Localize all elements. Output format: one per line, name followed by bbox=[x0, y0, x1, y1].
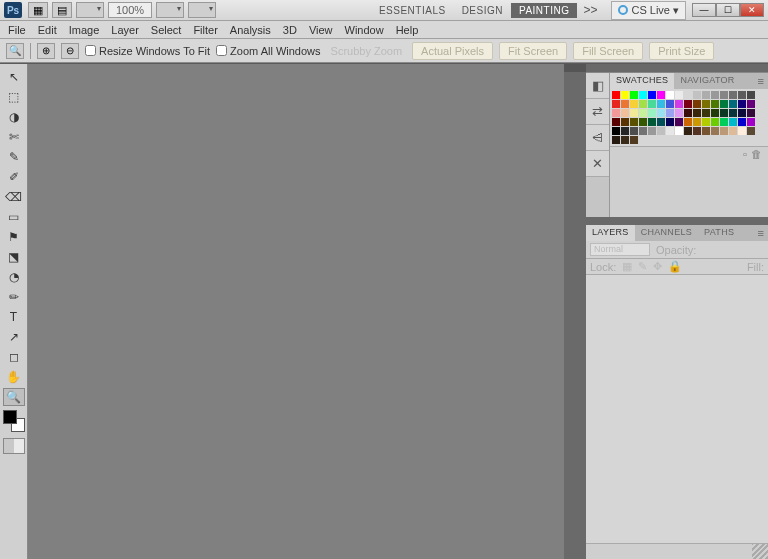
swatch[interactable] bbox=[612, 136, 620, 144]
swatch[interactable] bbox=[720, 127, 728, 135]
swatch[interactable] bbox=[702, 100, 710, 108]
swatch[interactable] bbox=[666, 91, 674, 99]
swatch[interactable] bbox=[621, 127, 629, 135]
swatch[interactable] bbox=[648, 109, 656, 117]
swatch[interactable] bbox=[729, 91, 737, 99]
type-tool[interactable]: T bbox=[3, 308, 25, 326]
swatch[interactable] bbox=[738, 91, 746, 99]
swatch[interactable] bbox=[711, 100, 719, 108]
foreground-color-swatch[interactable] bbox=[3, 410, 17, 424]
delete-swatch-icon[interactable]: 🗑 bbox=[751, 148, 762, 160]
swatch[interactable] bbox=[720, 118, 728, 126]
swatch[interactable] bbox=[639, 118, 647, 126]
layers-list[interactable] bbox=[586, 275, 768, 543]
swatch[interactable] bbox=[738, 118, 746, 126]
swatch[interactable] bbox=[639, 127, 647, 135]
swatch[interactable] bbox=[729, 109, 737, 117]
swatch[interactable] bbox=[666, 109, 674, 117]
path-select-tool[interactable]: ↗ bbox=[3, 328, 25, 346]
swatch[interactable] bbox=[612, 100, 620, 108]
swatch[interactable] bbox=[684, 127, 692, 135]
lasso-tool[interactable]: ◑ bbox=[3, 108, 25, 126]
marquee-tool[interactable]: ⬚ bbox=[3, 88, 25, 106]
menu-select[interactable]: Select bbox=[151, 24, 182, 36]
quick-mask-toggle[interactable] bbox=[3, 438, 25, 454]
swatch[interactable] bbox=[657, 118, 665, 126]
brush-presets-icon[interactable]: ⩤ bbox=[586, 125, 609, 151]
arrange-documents-dropdown[interactable] bbox=[76, 2, 104, 18]
new-swatch-icon[interactable]: ▫ bbox=[743, 148, 747, 160]
swatch[interactable] bbox=[702, 91, 710, 99]
swatch[interactable] bbox=[738, 127, 746, 135]
eraser-tool[interactable]: ◔ bbox=[3, 268, 25, 286]
swatch[interactable] bbox=[612, 118, 620, 126]
swatch[interactable] bbox=[630, 127, 638, 135]
swatch[interactable] bbox=[711, 109, 719, 117]
zoom-all-input[interactable] bbox=[216, 45, 227, 56]
resize-windows-checkbox[interactable]: Resize Windows To Fit bbox=[85, 45, 210, 57]
close-button[interactable]: ✕ bbox=[740, 3, 764, 17]
menu-help[interactable]: Help bbox=[396, 24, 419, 36]
swatch[interactable] bbox=[630, 136, 638, 144]
extras-dropdown[interactable] bbox=[188, 2, 216, 18]
cs-live-button[interactable]: CS Live ▾ bbox=[611, 1, 686, 20]
swatch[interactable] bbox=[657, 100, 665, 108]
swatch[interactable] bbox=[666, 127, 674, 135]
swatch[interactable] bbox=[630, 118, 638, 126]
zoom-all-checkbox[interactable]: Zoom All Windows bbox=[216, 45, 320, 57]
swatch[interactable] bbox=[684, 109, 692, 117]
swatch[interactable] bbox=[675, 91, 683, 99]
swatch[interactable] bbox=[657, 127, 665, 135]
swatch[interactable] bbox=[612, 127, 620, 135]
swatch[interactable] bbox=[711, 127, 719, 135]
brush-panel-icon[interactable]: ⇄ bbox=[586, 99, 609, 125]
menu-image[interactable]: Image bbox=[69, 24, 100, 36]
maximize-button[interactable]: ☐ bbox=[716, 3, 740, 17]
zoom-tool[interactable]: 🔍 bbox=[3, 388, 25, 406]
fill-screen-button[interactable]: Fill Screen bbox=[573, 42, 643, 60]
lock-transparency-icon[interactable]: ▦ bbox=[622, 260, 632, 273]
panel-drag-handle[interactable] bbox=[586, 64, 768, 72]
document-canvas[interactable] bbox=[28, 64, 564, 559]
swatch[interactable] bbox=[612, 91, 620, 99]
actual-pixels-button[interactable]: Actual Pixels bbox=[412, 42, 493, 60]
zoom-level-field[interactable]: 100% bbox=[108, 2, 152, 18]
swatch[interactable] bbox=[675, 127, 683, 135]
swatch[interactable] bbox=[639, 91, 647, 99]
swatch[interactable] bbox=[675, 100, 683, 108]
swatch[interactable] bbox=[729, 118, 737, 126]
swatch[interactable] bbox=[675, 109, 683, 117]
gradient-tool[interactable]: ✏ bbox=[3, 288, 25, 306]
workspace-design[interactable]: DESIGN bbox=[454, 3, 511, 18]
swatch[interactable] bbox=[747, 118, 755, 126]
swatch[interactable] bbox=[747, 127, 755, 135]
tool-presets-icon[interactable]: ✕ bbox=[586, 151, 609, 177]
swatch[interactable] bbox=[630, 91, 638, 99]
menu-3d[interactable]: 3D bbox=[283, 24, 297, 36]
color-panel-icon[interactable]: ◧ bbox=[586, 73, 609, 99]
lock-all-icon[interactable]: 🔒 bbox=[668, 260, 682, 273]
swatch[interactable] bbox=[621, 91, 629, 99]
swatch[interactable] bbox=[666, 118, 674, 126]
swatch[interactable] bbox=[648, 91, 656, 99]
workspace-essentials[interactable]: ESSENTIALS bbox=[371, 3, 454, 18]
clone-stamp-tool[interactable]: ⚑ bbox=[3, 228, 25, 246]
resize-windows-input[interactable] bbox=[85, 45, 96, 56]
swatch[interactable] bbox=[702, 118, 710, 126]
print-size-button[interactable]: Print Size bbox=[649, 42, 714, 60]
tab-paths[interactable]: PATHS bbox=[698, 225, 740, 241]
brush-tool[interactable]: ▭ bbox=[3, 208, 25, 226]
swatch[interactable] bbox=[738, 100, 746, 108]
swatch[interactable] bbox=[747, 100, 755, 108]
lock-pixels-icon[interactable]: ✎ bbox=[638, 260, 647, 273]
swatch[interactable] bbox=[621, 136, 629, 144]
menu-view[interactable]: View bbox=[309, 24, 333, 36]
swatch[interactable] bbox=[720, 91, 728, 99]
swatch[interactable] bbox=[693, 127, 701, 135]
menu-edit[interactable]: Edit bbox=[38, 24, 57, 36]
swatch[interactable] bbox=[693, 91, 701, 99]
tab-swatches[interactable]: SWATCHES bbox=[610, 73, 674, 89]
move-tool[interactable]: ↖ bbox=[3, 68, 25, 86]
lock-position-icon[interactable]: ✥ bbox=[653, 260, 662, 273]
swatch[interactable] bbox=[648, 127, 656, 135]
